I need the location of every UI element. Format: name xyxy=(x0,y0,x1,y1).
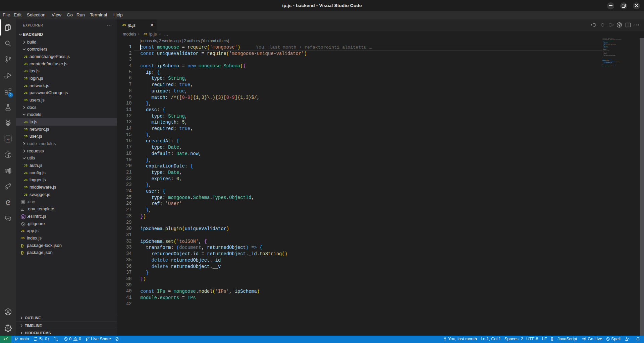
svg-text:TMC: TMC xyxy=(5,138,11,141)
